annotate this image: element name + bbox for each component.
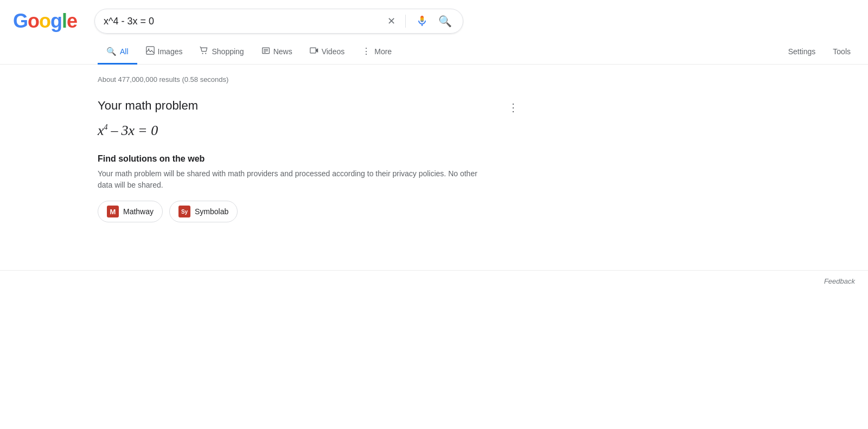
search-input[interactable]: x^4 - 3x = 0 [104, 16, 385, 27]
settings-link[interactable]: Settings [780, 41, 825, 62]
symbolab-logo: Sy [178, 206, 190, 217]
tab-videos[interactable]: Videos [301, 40, 354, 65]
more-dots-icon: ⋮ [362, 46, 371, 56]
symbolab-label: Symbolab [195, 207, 228, 216]
tab-all[interactable]: 🔍 All [98, 40, 137, 65]
svg-point-3 [206, 53, 207, 54]
clear-button[interactable]: ✕ [385, 13, 398, 29]
divider [405, 15, 406, 28]
main-content: About 477,000,000 results (0.58 seconds)… [0, 65, 488, 238]
voice-search-button[interactable] [413, 12, 431, 30]
all-search-icon: 🔍 [106, 47, 117, 56]
mic-icon [416, 15, 429, 28]
equation-minus: – [111, 123, 118, 139]
svg-rect-0 [146, 47, 154, 54]
equation-3x: 3x [122, 123, 135, 139]
header: Google x^4 - 3x = 0 ✕ [0, 0, 868, 39]
tab-images[interactable]: Images [137, 40, 192, 65]
search-button[interactable]: 🔍 [436, 12, 454, 30]
nav-tabs: 🔍 All Images Shopping News Videos ⋮ More… [0, 39, 868, 65]
math-equation: x4 – 3x = 0 [98, 123, 488, 139]
tab-videos-label: Videos [322, 47, 345, 56]
tab-news-label: News [273, 47, 292, 56]
mathway-logo: M [107, 206, 119, 217]
logo-l: l [62, 10, 67, 33]
news-icon [261, 46, 270, 56]
results-count: About 477,000,000 results (0.58 seconds) [98, 75, 488, 84]
footer: Feedback [0, 270, 868, 292]
find-solutions-title: Find solutions on the web [98, 154, 488, 164]
solver-buttons: M Mathway Sy Symbolab [98, 201, 488, 222]
videos-icon [310, 46, 318, 56]
math-card: ⋮ Your math problem x4 – 3x = 0 Find sol… [98, 94, 488, 227]
images-icon [146, 46, 155, 56]
nav-right: Settings Tools [780, 41, 868, 62]
tab-shopping[interactable]: Shopping [191, 40, 252, 65]
svg-rect-8 [310, 48, 315, 53]
tools-link[interactable]: Tools [824, 41, 859, 62]
tab-news[interactable]: News [253, 40, 301, 65]
logo-o2: o [39, 10, 50, 33]
tab-more-label: More [374, 47, 392, 56]
close-icon: ✕ [387, 15, 395, 27]
search-bar: x^4 - 3x = 0 ✕ [94, 9, 463, 34]
mathway-button[interactable]: M Mathway [98, 201, 163, 222]
tab-images-label: Images [158, 47, 183, 56]
more-options-button[interactable]: ⋮ [506, 99, 521, 116]
google-logo: Google [13, 10, 77, 33]
mathway-label: Mathway [123, 207, 154, 216]
search-icon: 🔍 [438, 15, 452, 28]
search-icons: ✕ [385, 12, 454, 30]
logo-G: G [13, 10, 28, 33]
tab-all-label: All [120, 47, 129, 56]
svg-point-2 [202, 53, 203, 54]
logo-g: g [50, 10, 62, 33]
feedback-link[interactable]: Feedback [824, 277, 855, 285]
search-bar-container: x^4 - 3x = 0 ✕ [94, 9, 463, 34]
logo-o1: o [28, 10, 39, 33]
logo-e: e [67, 10, 77, 33]
equation-x4: x4 [98, 123, 108, 139]
shopping-icon [200, 46, 208, 56]
tab-more[interactable]: ⋮ More [353, 40, 400, 65]
equation-equals: = 0 [138, 123, 158, 139]
tab-shopping-label: Shopping [212, 47, 244, 56]
find-solutions-desc: Your math problem will be shared with ma… [98, 168, 477, 191]
math-card-title: Your math problem [98, 99, 488, 113]
symbolab-button[interactable]: Sy Symbolab [169, 201, 238, 222]
svg-point-1 [148, 48, 149, 49]
